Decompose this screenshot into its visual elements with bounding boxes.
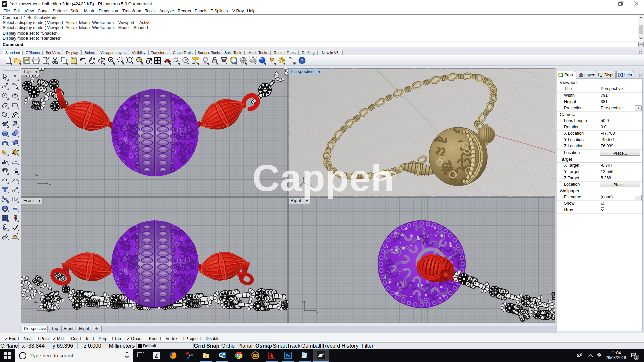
svg-text:x: x — [49, 183, 51, 187]
svg-text:Ps: Ps — [286, 354, 290, 358]
svg-text:x: x — [49, 310, 51, 314]
svg-text:?: ? — [619, 73, 621, 77]
svg-text:z: z — [301, 299, 304, 303]
svg-text:z: z — [34, 299, 36, 303]
svg-text:y: y — [316, 310, 319, 314]
svg-text:?: ? — [301, 58, 304, 63]
svg-text:y: y — [34, 172, 37, 176]
